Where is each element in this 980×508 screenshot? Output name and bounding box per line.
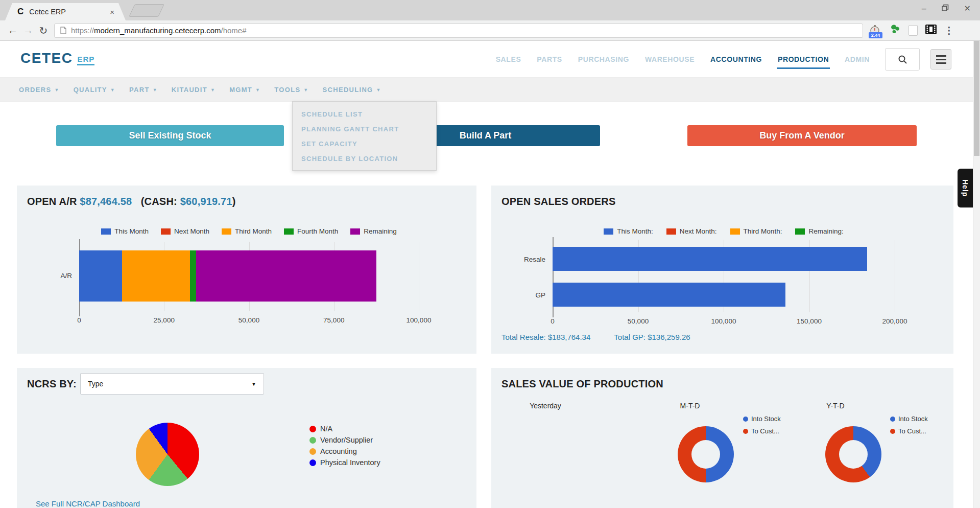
page-content: CETEC ERP SALESPARTSPURCHASINGWAREHOUSEA… — [0, 41, 980, 508]
subnav-item-tools[interactable]: TOOLS▼ — [274, 86, 308, 94]
legend-swatch — [101, 228, 111, 235]
browser-toolbar: ← → ↻ https://modern_manufacturing.cetec… — [0, 20, 980, 41]
cetec-logo[interactable]: CETEC ERP — [20, 51, 94, 65]
total-gp-link[interactable]: Total GP: $136,259.26 — [614, 333, 690, 341]
logo-primary: CETEC — [20, 51, 73, 65]
legend-item: Remaining — [350, 227, 397, 235]
sell-existing-stock-button[interactable]: Sell Existing Stock — [56, 125, 284, 146]
subnav-item-kitaudit[interactable]: KITAUDIT▼ — [172, 86, 216, 94]
open-ar-chart: A/R 0 25,000 50,000 75,000 100,000 — [79, 242, 419, 311]
tab-close-icon[interactable]: × — [110, 8, 114, 16]
reload-button[interactable]: ↻ — [36, 25, 51, 37]
forward-button[interactable]: → — [20, 25, 36, 36]
open-sales-orders-panel: OPEN SALES ORDERS This Month:Next Month:… — [491, 186, 953, 354]
nav-item-production[interactable]: PRODUCTION — [778, 55, 829, 63]
clover-extension-icon[interactable] — [890, 24, 901, 37]
subnav-item-orders[interactable]: ORDERS▼ — [19, 86, 60, 94]
nav-item-accounting[interactable]: ACCOUNTING — [710, 55, 762, 63]
legend-label: Next Month: — [680, 227, 717, 235]
back-button[interactable]: ← — [5, 25, 20, 36]
chevron-down-icon: ▼ — [110, 87, 115, 93]
browser-window: C Cetec ERP × – ✕ ← → ↻ https://modern_m… — [0, 0, 980, 508]
legend-label: Into Stock — [751, 415, 775, 423]
bar-segment-remaining — [196, 250, 376, 302]
legend-item: Physical Inventory — [309, 457, 380, 468]
legend-label: To Cust... — [751, 427, 775, 435]
subnav-item-scheduling[interactable]: SCHEDULING▼ — [323, 86, 381, 94]
total-resale-link[interactable]: Total Resale: $183,764.34 — [501, 333, 590, 341]
subnav-item-quality[interactable]: QUALITY▼ — [74, 86, 115, 94]
filmstrip-extension-icon[interactable] — [925, 25, 937, 36]
cash-amount-link[interactable]: $60,919.71 — [180, 196, 232, 207]
axis-category-label: A/R — [41, 272, 72, 280]
gp-bar — [553, 283, 785, 307]
url-bar[interactable]: https://modern_manufacturing.cetecerp.co… — [54, 24, 863, 38]
page-extension-icon[interactable] — [909, 25, 918, 36]
chevron-down-icon: ▼ — [153, 87, 158, 93]
nav-item-purchasing[interactable]: PURCHASING — [578, 55, 629, 63]
legend-swatch — [222, 228, 231, 235]
new-tab-button[interactable] — [129, 4, 164, 17]
browser-tab[interactable]: C Cetec ERP × — [5, 3, 126, 20]
url-text: https://modern_manufacturing.cetecerp.co… — [71, 26, 247, 35]
legend-label: Vendor/Supplier — [320, 436, 373, 444]
legend-item: Into Stock — [743, 415, 775, 423]
ncrs-title: NCRS BY: — [27, 378, 77, 390]
menu-item-set-capacity[interactable]: SET CAPACITY — [293, 136, 436, 151]
scrollbar[interactable] — [973, 41, 980, 508]
ytd-label: Y-T-D — [826, 402, 844, 410]
browser-menu-icon[interactable]: ⋮ — [944, 25, 954, 36]
window-close-button[interactable]: ✕ — [964, 4, 971, 14]
legend-swatch — [284, 228, 294, 235]
legend-label: To Cust... — [898, 427, 922, 435]
axis-category-label: GP — [515, 291, 545, 299]
legend-swatch — [604, 228, 613, 235]
ncr-legend: N/AVendor/SupplierAccountingPhysical Inv… — [309, 423, 380, 468]
production-title: SALES VALUE OF PRODUCTION — [501, 378, 663, 390]
legend-label: Accounting — [320, 447, 357, 455]
hamburger-menu-button[interactable] — [930, 49, 951, 70]
menu-item-schedule-by-location[interactable]: SCHEDULE BY LOCATION — [293, 151, 436, 166]
extension-icons: 2.44 ⋮ — [869, 24, 954, 37]
legend-label: Physical Inventory — [320, 458, 380, 467]
search-button[interactable] — [885, 48, 920, 71]
sales-orders-chart: Resale GP 0 50,000 100,000 150,000 200,0… — [553, 240, 895, 312]
legend-item: Next Month: — [666, 227, 717, 235]
ncr-dashboard-link[interactable]: See Full NCR/CAP Dashboard — [36, 499, 140, 508]
nav-item-parts[interactable]: PARTS — [537, 55, 562, 63]
mtd-donut-chart — [678, 426, 734, 482]
scrollbar-thumb[interactable] — [974, 41, 979, 156]
legend-swatch — [890, 417, 895, 422]
chevron-down-icon: ▼ — [303, 87, 308, 93]
production-panel: SALES VALUE OF PRODUCTION Yesterday M-T-… — [491, 368, 953, 508]
ncrs-type-select[interactable]: Type ▼ — [80, 373, 264, 395]
open-ar-amount-link[interactable]: $87,464.58 — [80, 196, 132, 207]
help-tab[interactable]: Help — [958, 169, 973, 207]
menu-item-schedule-list[interactable]: SCHEDULE LIST — [293, 107, 436, 122]
subnav-item-mgmt[interactable]: MGMT▼ — [229, 86, 260, 94]
sales-totals: Total Resale: $183,764.34 Total GP: $136… — [501, 333, 690, 341]
legend-item: Next Month — [161, 227, 209, 235]
legend-label: Third Month: — [744, 227, 782, 235]
select-value: Type — [88, 380, 103, 388]
legend-item: N/A — [309, 423, 380, 434]
buy-from-a-vendor-button[interactable]: Buy From A Vendor — [687, 125, 917, 146]
legend-label: Fourth Month — [297, 227, 338, 235]
chevron-down-icon: ▼ — [210, 87, 216, 93]
nav-item-admin[interactable]: ADMIN — [845, 55, 870, 63]
legend-swatch — [743, 429, 748, 434]
tab-strip: C Cetec ERP × – ✕ — [0, 0, 980, 20]
legend-item: Third Month: — [730, 227, 782, 235]
window-minimize-button[interactable]: – — [922, 4, 926, 14]
legend-swatch — [161, 228, 171, 235]
window-restore-button[interactable] — [942, 4, 949, 14]
subnav-item-part[interactable]: PART▼ — [129, 86, 158, 94]
nav-item-sales[interactable]: SALES — [496, 55, 521, 63]
menu-item-planning-gantt-chart[interactable]: PLANNING GANTT CHART — [293, 122, 436, 136]
select-caret-icon: ▼ — [251, 381, 256, 387]
timer-extension-icon[interactable]: 2.44 — [869, 25, 882, 37]
legend-item: This Month: — [604, 227, 653, 235]
nav-item-warehouse[interactable]: WAREHOUSE — [645, 55, 695, 63]
legend-swatch — [666, 228, 676, 235]
main-nav: SALESPARTSPURCHASINGWAREHOUSEACCOUNTINGP… — [496, 41, 870, 78]
